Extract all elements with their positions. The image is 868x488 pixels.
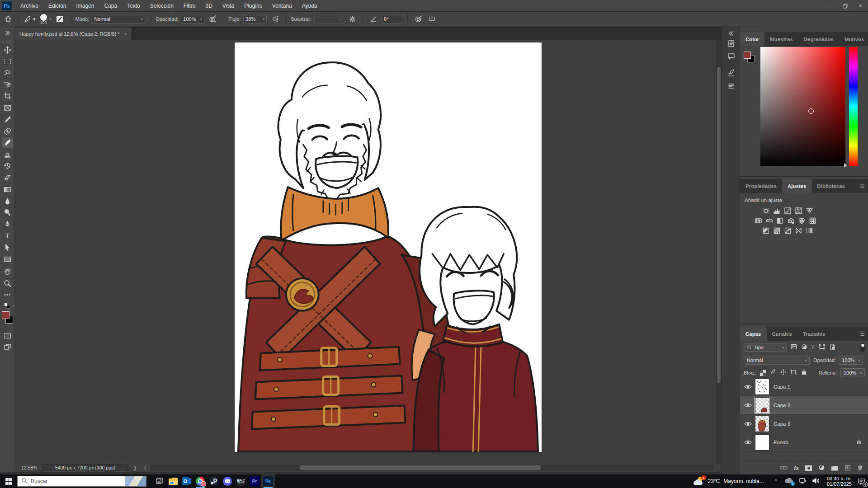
tab-propiedades[interactable]: Propiedades — [740, 179, 782, 193]
taskbar-file-explorer[interactable] — [166, 474, 180, 488]
brush-preset-picker[interactable]: ▾ — [24, 15, 38, 23]
visibility-eye-icon[interactable] — [740, 421, 755, 427]
pen-tool[interactable] — [2, 219, 13, 230]
document-tab[interactable]: Happy family.psd al 12.6% (Capa 2, RGB/8… — [15, 28, 132, 40]
menu-vista[interactable]: Vista — [217, 0, 239, 12]
menu-3d[interactable]: 3D — [200, 0, 217, 12]
notification-center-button[interactable]: 4 — [854, 474, 868, 488]
airbrush-icon[interactable] — [269, 14, 280, 24]
menu-edicion[interactable]: Edición — [43, 0, 71, 12]
lasso-tool[interactable] — [2, 67, 13, 78]
move-tool[interactable] — [2, 45, 13, 55]
weather-icon[interactable]: 1 — [693, 477, 705, 486]
adjustment-channel-mixer-icon[interactable] — [797, 216, 806, 225]
taskbar-discord[interactable] — [221, 474, 234, 488]
task-view-button[interactable] — [153, 474, 166, 488]
brush-tool[interactable] — [2, 137, 13, 148]
foreground-color-mini-swatch[interactable] — [744, 52, 751, 59]
foreground-background-colors[interactable] — [2, 310, 13, 327]
visibility-eye-icon[interactable] — [740, 440, 755, 445]
visibility-eye-icon[interactable] — [740, 403, 755, 408]
taskbar-steam[interactable] — [207, 474, 221, 488]
layer-opacity-input[interactable]: 100%▾ — [839, 356, 863, 365]
menu-capa[interactable]: Capa — [99, 0, 122, 12]
eraser-tool[interactable] — [2, 173, 13, 183]
start-button[interactable] — [0, 474, 17, 488]
tab-canales[interactable]: Canales — [767, 327, 797, 341]
new-adjustment-layer-icon[interactable] — [818, 464, 825, 472]
close-tab-icon[interactable]: × — [124, 31, 127, 37]
new-group-icon[interactable] — [831, 466, 838, 471]
horizontal-scrollbar[interactable] — [151, 465, 714, 471]
layer-filter-toggle[interactable] — [860, 343, 865, 352]
home-icon[interactable] — [3, 14, 14, 24]
filter-adjustment-layers-icon[interactable] — [801, 343, 808, 352]
volume-icon[interactable] — [812, 478, 820, 485]
adjustment-vibrance-icon[interactable] — [805, 206, 814, 215]
tab-muestras[interactable]: Muestras — [764, 32, 798, 46]
layer-row-capa3[interactable]: Capa 3 — [740, 415, 868, 433]
menu-ventana[interactable]: Ventana — [267, 0, 297, 12]
taskbar-epic-games[interactable]: EPIC GAMES — [234, 474, 248, 488]
layer-row-fondo[interactable]: Fondo — [740, 433, 868, 452]
type-tool[interactable]: T — [2, 231, 13, 241]
pressure-size-icon[interactable] — [413, 14, 424, 24]
tab-degradados[interactable]: Degradados — [798, 32, 839, 46]
eyedropper-tool[interactable] — [2, 114, 13, 125]
menu-seleccion[interactable]: Selección — [145, 0, 179, 12]
rectangular-marquee-tool[interactable] — [2, 56, 13, 66]
adjustment-levels-icon[interactable] — [772, 206, 781, 215]
layer-blend-mode-select[interactable]: Normal▾ — [744, 356, 810, 365]
layer-fill-input[interactable]: 100%▾ — [840, 368, 865, 377]
onedrive-icon[interactable]: i — [784, 478, 793, 485]
zoom-level[interactable]: 12.58% — [21, 465, 38, 470]
taskbar-chrome[interactable]: H — [193, 474, 207, 488]
delete-layer-icon[interactable] — [857, 465, 863, 472]
panel-menu-icon[interactable]: ☰ — [860, 327, 868, 341]
artboard[interactable] — [235, 42, 542, 452]
adjustment-invert-icon[interactable] — [761, 226, 770, 235]
link-layers-icon[interactable] — [780, 465, 788, 472]
smoothing-select[interactable]: ▾ — [314, 15, 344, 23]
adjustment-gradient-map-icon[interactable] — [805, 226, 814, 235]
visibility-eye-icon[interactable] — [740, 384, 755, 389]
layer-row-capa1[interactable]: Capa 1 — [740, 378, 868, 396]
path-selection-tool[interactable] — [2, 242, 13, 253]
filter-pixel-layers-icon[interactable] — [790, 343, 797, 352]
rectangle-shape-tool[interactable] — [2, 254, 13, 264]
crop-tool[interactable] — [2, 91, 13, 101]
healing-brush-tool[interactable] — [2, 126, 13, 136]
saturation-brightness-field[interactable] — [760, 47, 845, 166]
new-layer-icon[interactable] — [844, 465, 851, 472]
adjustment-posterize-icon[interactable] — [772, 226, 781, 235]
layer-thumbnail[interactable] — [755, 435, 769, 450]
close-button[interactable]: × — [853, 0, 868, 12]
menu-ayuda[interactable]: Ayuda — [297, 0, 322, 12]
menu-texto[interactable]: Texto — [122, 0, 145, 12]
layer-thumbnail[interactable] — [755, 416, 769, 432]
adjustment-color-lookup-icon[interactable] — [808, 216, 817, 225]
tab-capas[interactable]: Capas — [740, 327, 767, 341]
comments-panel-icon[interactable] — [725, 50, 737, 62]
menu-filtro[interactable]: Filtro — [179, 0, 201, 12]
vertical-scrollbar[interactable] — [716, 40, 722, 464]
layer-name[interactable]: Capa 3 — [774, 421, 790, 427]
color-panel-swatches[interactable] — [744, 52, 755, 63]
lock-pixels-icon[interactable] — [769, 369, 776, 377]
layer-filter-type-select[interactable]: Tipo ▾ — [744, 343, 787, 352]
canvas-area[interactable] — [15, 40, 716, 464]
taskbar-search[interactable]: Buscar — [17, 476, 146, 487]
layer-name[interactable]: Capa 1 — [774, 384, 790, 389]
symmetry-icon[interactable] — [426, 14, 437, 24]
dodge-tool[interactable] — [2, 207, 13, 218]
hand-tool[interactable] — [2, 267, 13, 277]
status-chevron-right-icon[interactable]: ❯ — [133, 465, 137, 470]
history-panel-icon[interactable] — [725, 38, 737, 49]
hue-slider[interactable] — [849, 47, 858, 166]
brush-angle-input[interactable]: 0° — [382, 15, 402, 23]
gear-icon[interactable] — [347, 14, 358, 24]
tab-motivos[interactable]: Motivos — [839, 32, 868, 46]
adjustment-curves-icon[interactable] — [783, 206, 792, 215]
zoom-tool[interactable] — [2, 278, 13, 289]
adjustment-threshold-icon[interactable] — [783, 226, 792, 235]
